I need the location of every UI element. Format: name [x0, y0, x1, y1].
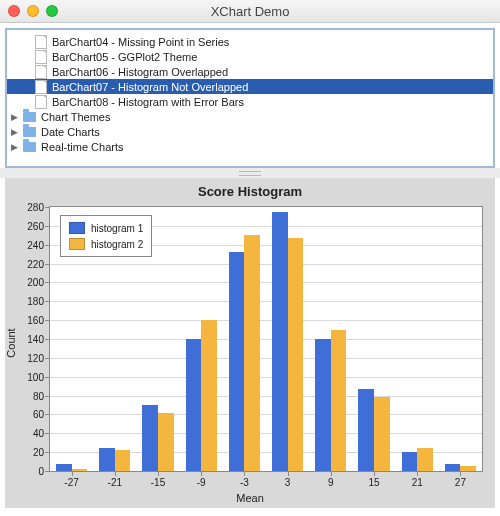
y-tick-label: 60 — [14, 409, 44, 420]
y-tick-label: 200 — [14, 277, 44, 288]
window-title: XChart Demo — [0, 4, 500, 19]
legend-swatch — [69, 222, 85, 234]
x-tick-label: -9 — [197, 477, 206, 488]
x-tick-label: 9 — [328, 477, 334, 488]
x-tick-label: 3 — [285, 477, 291, 488]
x-tick-label: -3 — [240, 477, 249, 488]
y-tick-label: 240 — [14, 239, 44, 250]
y-tick-label: 0 — [14, 466, 44, 477]
tree-folder[interactable]: ▶ Chart Themes — [7, 109, 493, 124]
chart-panel: Score Histogram Count Mean histogram 1hi… — [5, 178, 495, 508]
bar — [445, 464, 461, 471]
bar — [158, 413, 174, 471]
y-tick-label: 280 — [14, 202, 44, 213]
tree-item[interactable]: BarChart06 - Histogram Overlapped — [7, 64, 493, 79]
folder-icon — [23, 142, 36, 152]
bar — [201, 320, 217, 471]
y-tick-label: 220 — [14, 258, 44, 269]
zoom-icon[interactable] — [46, 5, 58, 17]
bar — [72, 469, 88, 471]
folder-icon — [23, 127, 36, 137]
chevron-right-icon[interactable]: ▶ — [11, 127, 21, 137]
legend-entry: histogram 1 — [69, 222, 143, 234]
file-icon — [35, 50, 47, 64]
tree-item[interactable]: BarChart04 - Missing Point in Series — [7, 34, 493, 49]
legend-label: histogram 1 — [91, 223, 143, 234]
bar — [56, 464, 72, 471]
y-tick-label: 120 — [14, 352, 44, 363]
x-axis-label: Mean — [5, 492, 495, 504]
legend-entry: histogram 2 — [69, 238, 143, 250]
x-tick-label: 27 — [455, 477, 466, 488]
bar — [99, 448, 115, 471]
close-icon[interactable] — [8, 5, 20, 17]
bar — [315, 339, 331, 471]
bar — [374, 397, 390, 471]
bar — [402, 452, 418, 471]
y-tick-label: 100 — [14, 371, 44, 382]
legend: histogram 1histogram 2 — [60, 215, 152, 257]
tree-item-label: BarChart05 - GGPlot2 Theme — [52, 51, 197, 63]
plot-wrap: histogram 1histogram 2 02040608010012014… — [49, 206, 483, 472]
legend-label: histogram 2 — [91, 239, 143, 250]
file-icon — [35, 35, 47, 49]
y-tick-label: 80 — [14, 390, 44, 401]
tree-item-label: BarChart06 - Histogram Overlapped — [52, 66, 228, 78]
bar — [288, 238, 304, 471]
y-tick-label: 140 — [14, 334, 44, 345]
tree-folder[interactable]: ▶ Real-time Charts — [7, 139, 493, 154]
chevron-right-icon[interactable]: ▶ — [11, 142, 21, 152]
y-tick-label: 20 — [14, 447, 44, 458]
tree-item-label: BarChart04 - Missing Point in Series — [52, 36, 229, 48]
bar — [272, 212, 288, 471]
plot-area: histogram 1histogram 2 02040608010012014… — [49, 206, 483, 472]
tree-folder-label: Chart Themes — [41, 111, 111, 123]
x-tick-label: -15 — [151, 477, 165, 488]
x-tick-label: 21 — [412, 477, 423, 488]
bar — [229, 252, 245, 471]
x-tick-label: -21 — [108, 477, 122, 488]
legend-swatch — [69, 238, 85, 250]
bar — [142, 405, 158, 471]
bar — [460, 466, 476, 471]
y-tick-label: 260 — [14, 220, 44, 231]
folder-icon — [23, 112, 36, 122]
tree-folder[interactable]: ▶ Date Charts — [7, 124, 493, 139]
example-tree[interactable]: BarChart04 - Missing Point in Series Bar… — [5, 28, 495, 168]
splitter[interactable] — [0, 168, 500, 178]
chart-title: Score Histogram — [5, 178, 495, 199]
bar — [358, 389, 374, 471]
bar — [331, 330, 347, 471]
grip-icon — [239, 171, 261, 176]
tree-folder-label: Date Charts — [41, 126, 100, 138]
tree-folder-label: Real-time Charts — [41, 141, 124, 153]
window-controls — [8, 5, 58, 17]
chevron-right-icon[interactable]: ▶ — [11, 112, 21, 122]
x-tick-label: -27 — [64, 477, 78, 488]
tree-item-label: BarChart07 - Histogram Not Overlapped — [52, 81, 248, 93]
bar — [115, 450, 131, 471]
y-tick-label: 40 — [14, 428, 44, 439]
y-tick-label: 160 — [14, 315, 44, 326]
file-icon — [35, 65, 47, 79]
tree-item-selected[interactable]: BarChart07 - Histogram Not Overlapped — [7, 79, 493, 94]
bar — [417, 448, 433, 471]
file-icon — [35, 95, 47, 109]
y-tick-label: 180 — [14, 296, 44, 307]
file-icon — [35, 80, 47, 94]
tree-item[interactable]: BarChart05 - GGPlot2 Theme — [7, 49, 493, 64]
app-window: XChart Demo BarChart04 - Missing Point i… — [0, 0, 500, 516]
bar — [244, 235, 260, 471]
tree-item-label: BarChart08 - Histogram with Error Bars — [52, 96, 244, 108]
bar — [186, 339, 202, 471]
titlebar: XChart Demo — [0, 0, 500, 23]
minimize-icon[interactable] — [27, 5, 39, 17]
tree-item[interactable]: BarChart08 - Histogram with Error Bars — [7, 94, 493, 109]
x-tick-label: 15 — [368, 477, 379, 488]
